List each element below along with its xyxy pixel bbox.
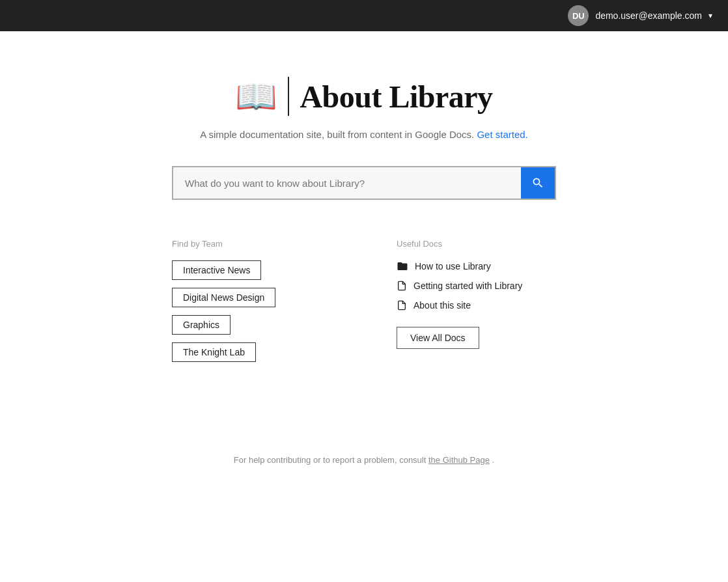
doc-label-about-site: About this site (413, 300, 471, 311)
doc-label-getting-started: Getting started with Library (413, 281, 522, 291)
doc-item-how-to-use[interactable]: How to use Library (397, 260, 556, 272)
file-icon (397, 280, 407, 292)
user-email: demo.user@example.com (595, 10, 702, 21)
page-title: About Library (300, 79, 492, 115)
search-container (172, 166, 556, 200)
team-tag-interactive-news[interactable]: Interactive News (172, 260, 261, 280)
book-icon: 📖 (235, 79, 277, 113)
team-tag-knight-lab[interactable]: The Knight Lab (172, 342, 256, 362)
view-all-docs-button[interactable]: View All Docs (397, 327, 479, 349)
team-tag-graphics[interactable]: Graphics (172, 315, 231, 335)
find-by-team-section: Find by Team Interactive News Digital Ne… (172, 239, 331, 362)
two-col-section: Find by Team Interactive News Digital Ne… (172, 239, 556, 362)
user-menu[interactable]: DU demo.user@example.com ▾ (568, 5, 712, 26)
subtitle: A simple documentation site, built from … (200, 129, 528, 140)
title-divider (288, 77, 289, 116)
avatar: DU (568, 5, 589, 26)
footer: For help contributing or to report a pro… (0, 455, 728, 465)
file-icon-2 (397, 299, 407, 311)
doc-label-how-to-use: How to use Library (415, 261, 491, 271)
doc-item-about-site[interactable]: About this site (397, 299, 556, 311)
useful-docs-section: Useful Docs How to use Library Getting s… (397, 239, 556, 362)
useful-docs-label: Useful Docs (397, 239, 556, 249)
get-started-link[interactable]: Get started. (477, 129, 527, 140)
header-section: 📖 About Library (235, 77, 492, 116)
team-tags-list: Interactive News Digital News Design Gra… (172, 260, 331, 362)
github-page-link[interactable]: the Github Page (428, 455, 490, 465)
search-button[interactable] (521, 167, 555, 199)
main-content: 📖 About Library A simple documentation s… (0, 31, 728, 362)
folder-icon (397, 260, 408, 272)
find-by-team-label: Find by Team (172, 239, 331, 249)
chevron-down-icon: ▾ (708, 11, 712, 20)
subtitle-text: A simple documentation site, built from … (200, 129, 474, 140)
doc-list: How to use Library Getting started with … (397, 260, 556, 311)
search-icon (531, 176, 544, 189)
topbar: DU demo.user@example.com ▾ (0, 0, 728, 31)
team-tag-digital-news-design[interactable]: Digital News Design (172, 288, 275, 307)
search-input[interactable] (173, 167, 521, 199)
footer-text: For help contributing or to report a pro… (234, 455, 427, 465)
footer-period: . (492, 455, 495, 465)
doc-item-getting-started[interactable]: Getting started with Library (397, 280, 556, 292)
